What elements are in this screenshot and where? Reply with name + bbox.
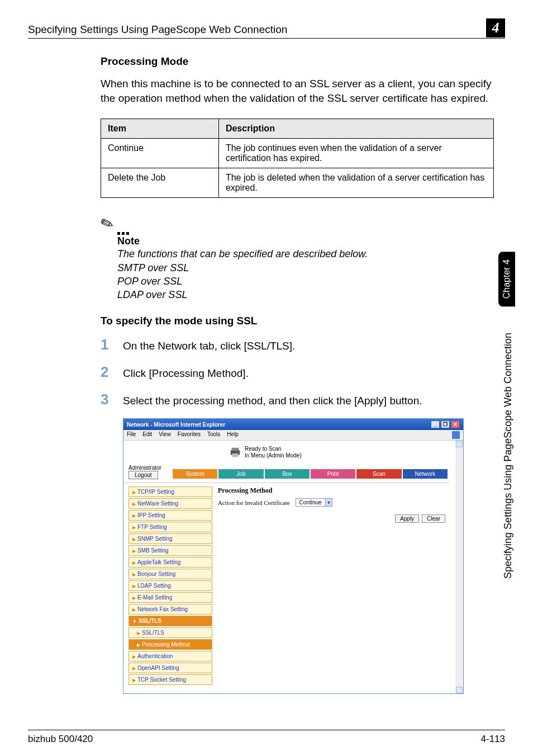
sidebar-item-authentication[interactable]: ▶Authentication — [129, 651, 212, 662]
menu-view[interactable]: View — [159, 431, 171, 439]
note-line: SMTP over SSL — [117, 261, 494, 275]
scroll-up-button[interactable] — [456, 441, 463, 447]
sidebar: ▶TCP/IP Setting ▶NetWare Setting ▶IPP Se… — [129, 486, 212, 686]
running-head: Specifying Settings Using PageScope Web … — [28, 23, 287, 36]
tab-system[interactable]: System — [173, 469, 217, 479]
table-header-item: Item — [101, 119, 219, 139]
clear-button[interactable]: Clear — [422, 514, 445, 523]
table-row: Delete the Job The job is deleted when t… — [101, 168, 494, 198]
table-cell-desc: The job is deleted when the validation o… — [218, 168, 493, 198]
sidebar-item-ssltls[interactable]: ▶SSL/TLS — [129, 627, 212, 638]
browser-menubar: File Edit View Favorites Tools Help — [123, 430, 463, 441]
sidebar-item-tcpip[interactable]: ▶TCP/IP Setting — [129, 486, 212, 497]
step-number-3: 3 — [101, 391, 123, 408]
tab-scan[interactable]: Scan — [356, 469, 401, 479]
note-line: The functions that can be specified are … — [117, 247, 494, 261]
sidebar-item-tcpsocket[interactable]: ▶TCP Socket Setting — [129, 674, 212, 685]
field-label-action: Action for Invalid Certificate — [218, 499, 290, 506]
maximize-button[interactable]: ❐ — [441, 420, 450, 428]
step-text: On the Network tab, click [SSL/TLS]. — [123, 340, 295, 352]
footer-right: 4-113 — [481, 734, 505, 745]
sidebar-item-processing-method[interactable]: ▶Processing Method — [129, 639, 212, 650]
sidebar-item-appletalk[interactable]: ▶AppleTalk Setting — [129, 557, 212, 568]
panel-heading: Processing Method — [218, 486, 448, 495]
sidebar-item-email[interactable]: ▶E-Mail Setting — [129, 592, 212, 603]
minimize-button[interactable]: _ — [431, 420, 440, 428]
sidebar-item-openapi[interactable]: ▶OpenAPI Setting — [129, 663, 212, 673]
step-number-2: 2 — [101, 363, 123, 381]
menu-help[interactable]: Help — [227, 431, 239, 439]
status-ready: Ready to Scan — [245, 446, 302, 452]
tab-box[interactable]: Box — [265, 469, 310, 479]
sidebar-item-ftp[interactable]: ▶FTP Setting — [129, 522, 212, 532]
svg-rect-2 — [232, 453, 239, 457]
printer-icon — [229, 446, 241, 459]
tab-print[interactable]: Print — [311, 469, 355, 479]
chevron-down-icon: ▾ — [325, 499, 332, 506]
tab-network[interactable]: Network — [403, 469, 448, 479]
subheading-specify-mode: To specify the mode using SSL — [101, 315, 494, 327]
scroll-down-button[interactable] — [456, 687, 463, 693]
sidebar-section-ssltls[interactable]: ▼SSL/TLS — [129, 616, 212, 626]
close-button[interactable]: ✕ — [451, 420, 460, 428]
note-line: LDAP over SSL — [117, 288, 494, 301]
processing-mode-table: Item Description Continue The job contin… — [101, 119, 494, 198]
tab-job[interactable]: Job — [218, 469, 263, 479]
sidebar-item-networkfax[interactable]: ▶Network Fax Setting — [129, 604, 212, 615]
browser-window: Network - Microsoft Internet Explorer _ … — [123, 418, 464, 694]
window-title: Network - Microsoft Internet Explorer — [127, 422, 225, 428]
note-line: POP over SSL — [117, 275, 494, 288]
step-text: Select the processing method, and then c… — [123, 395, 422, 407]
sidebar-item-ldap[interactable]: ▶LDAP Setting — [129, 580, 212, 591]
action-dropdown[interactable]: Continue ▾ — [296, 498, 332, 507]
table-cell-item: Delete the Job — [101, 168, 219, 198]
side-vertical-text: Specifying Settings Using PageScope Web … — [502, 333, 514, 579]
dropdown-value: Continue — [296, 499, 325, 506]
menu-file[interactable]: File — [127, 431, 136, 439]
window-titlebar[interactable]: Network - Microsoft Internet Explorer _ … — [123, 419, 463, 430]
ie-logo-icon — [452, 431, 460, 439]
sidebar-item-netware[interactable]: ▶NetWare Setting — [129, 498, 212, 509]
logout-button[interactable]: Logout — [129, 471, 158, 479]
table-header-description: Description — [218, 119, 493, 139]
step-number-1: 1 — [101, 336, 123, 353]
main-panel: Processing Method Action for Invalid Cer… — [218, 486, 448, 686]
sidebar-item-ipp[interactable]: ▶IPP Setting — [129, 510, 212, 521]
table-row: Continue The job continues even when the… — [101, 139, 494, 168]
step-text: Click [Processing Method]. — [123, 367, 249, 380]
menu-edit[interactable]: Edit — [142, 431, 152, 439]
status-mode: In Menu (Admin Mode) — [245, 452, 302, 459]
side-chapter-tab: Chapter 4 — [498, 252, 515, 306]
admin-label: Administrator — [129, 465, 161, 471]
sidebar-item-smb[interactable]: ▶SMB Setting — [129, 545, 212, 556]
apply-button[interactable]: Apply — [395, 514, 419, 523]
sidebar-item-snmp[interactable]: ▶SNMP Setting — [129, 533, 212, 544]
note-icon: ✎ — [98, 213, 116, 235]
note-label: Note — [117, 235, 494, 247]
table-cell-desc: The job continues even when the validati… — [218, 139, 493, 168]
footer-left: bizhub 500/420 — [28, 734, 93, 745]
section-heading-processing-mode: Processing Mode — [101, 55, 494, 68]
note-ellipsis-icon — [117, 227, 131, 237]
sidebar-item-bonjour[interactable]: ▶Bonjour Setting — [129, 569, 212, 579]
menu-tools[interactable]: Tools — [207, 431, 220, 439]
chapter-number-badge: 4 — [486, 18, 505, 37]
svg-rect-0 — [232, 448, 239, 451]
table-cell-item: Continue — [101, 139, 219, 168]
menu-favorites[interactable]: Favorites — [178, 431, 201, 439]
section-intro: When this machine is to be connected to … — [101, 77, 494, 105]
